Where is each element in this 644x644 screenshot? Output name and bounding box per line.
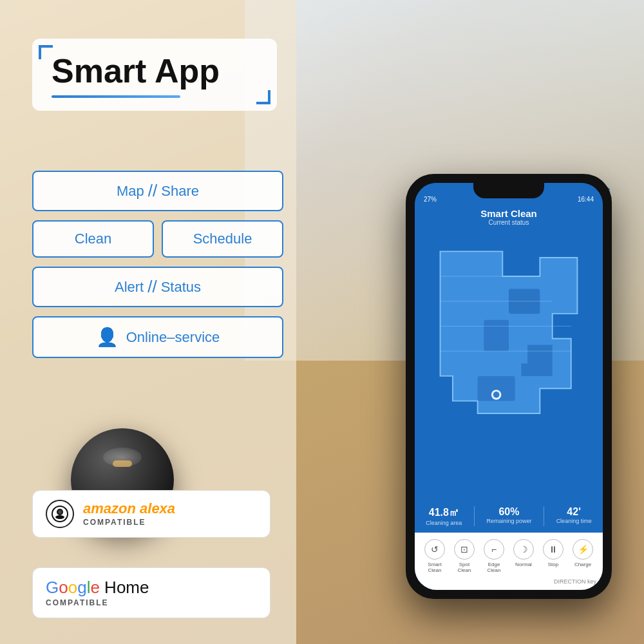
google-text-block: Google Home COMPATIBLE — [46, 577, 149, 609]
svg-point-2 — [55, 515, 64, 519]
feature-row-2: Clean Schedule — [32, 220, 283, 258]
google-home-badge: Google Home COMPATIBLE — [32, 567, 270, 618]
alexa-text-block: amazon alexa COMPATIBLE — [83, 500, 175, 528]
map-share-button[interactable]: Map // Share — [32, 171, 283, 211]
cleaning-time-value: 42' — [556, 506, 592, 518]
blue-underline — [52, 95, 180, 98]
cleaning-time-label: Cleaning time — [556, 518, 592, 524]
bracket-top-left-icon — [39, 45, 53, 59]
stop-icon: ⏸ — [543, 539, 564, 560]
charge-label: Charge — [574, 562, 591, 567]
google-brand-name: Google Home — [46, 577, 149, 599]
remaining-power-value: 60% — [486, 506, 531, 518]
smart-clean-control[interactable]: ↺ SmartClean — [424, 539, 445, 573]
schedule-button[interactable]: Schedule — [162, 220, 283, 258]
charge-control[interactable]: ⚡ Charge — [573, 539, 593, 567]
smart-clean-label: SmartClean — [428, 562, 441, 573]
features-section: Map // Share Clean Schedule Alert // Sta… — [32, 171, 283, 367]
online-service-button[interactable]: 👤 Online–service — [32, 316, 283, 358]
stop-label: Stop — [548, 562, 558, 567]
o-letter-1: o — [59, 578, 68, 597]
alexa-compatible-text: COMPATIBLE — [83, 518, 175, 528]
o-letter-2: o — [68, 578, 77, 597]
phone-map-area — [415, 232, 603, 500]
online-service-label: Online–service — [126, 329, 220, 346]
slash-divider-2-icon: // — [147, 277, 156, 297]
svg-point-13 — [493, 392, 500, 398]
robot-sensor — [113, 460, 132, 467]
smart-app-box: Smart App — [32, 39, 277, 111]
edge-clean-control[interactable]: ⌐ EdgeClean — [484, 539, 504, 573]
stop-control[interactable]: ⏸ Stop — [543, 539, 564, 567]
spot-clean-icon: ⊡ — [454, 539, 475, 560]
alert-label: Alert — [115, 279, 144, 296]
normal-control[interactable]: ☽ Normal — [513, 539, 534, 567]
remaining-power-stat: 60% Remaining power — [486, 506, 531, 526]
phone-body: 27% 16:44 ‹ Smart Clean Current status — [406, 174, 612, 599]
svg-point-4 — [58, 510, 62, 514]
alexa-word: alexa — [140, 500, 175, 516]
google-compatible-text: COMPATIBLE — [46, 598, 149, 609]
phone-header: ‹ Smart Clean Current status — [415, 205, 603, 232]
service-icon: 👤 — [96, 327, 118, 348]
stat-divider-1 — [474, 506, 475, 526]
e-letter: e — [90, 578, 99, 597]
smart-app-title: Smart App — [52, 52, 258, 90]
edge-clean-icon: ⌐ — [484, 539, 504, 560]
alexa-icon — [46, 500, 74, 528]
spot-clean-label: SpotClean — [458, 562, 471, 573]
charge-icon: ⚡ — [573, 539, 593, 560]
phone-header-title: Smart Clean — [424, 208, 594, 219]
feature-row-4: 👤 Online–service — [32, 316, 283, 358]
phone-stats: 41.8㎡ Cleaning area 60% Remaining power … — [415, 500, 603, 533]
alert-status-button[interactable]: Alert // Status — [32, 267, 283, 307]
feature-row-1: Map // Share — [32, 171, 283, 211]
direction-key-label: DIRECTION key — [415, 577, 603, 590]
alexa-brand-name: amazon alexa — [83, 500, 175, 518]
cleaning-area-value: 41.8㎡ — [426, 506, 462, 520]
alexa-badge: amazon alexa COMPATIBLE — [32, 490, 270, 538]
phone-controls: ↺ SmartClean ⊡ SpotClean ⌐ EdgeClean ☽ N… — [415, 533, 603, 577]
bracket-bottom-right-icon — [256, 90, 270, 104]
spot-clean-control[interactable]: ⊡ SpotClean — [454, 539, 475, 573]
cleaning-area-label: Cleaning area — [426, 520, 462, 526]
phone-header-subtitle: Current status — [424, 219, 594, 226]
time-display: 16:44 — [578, 196, 594, 203]
remaining-power-label: Remaining power — [486, 518, 531, 524]
normal-label: Normal — [515, 562, 532, 567]
share-label: Share — [161, 183, 199, 200]
edge-clean-label: EdgeClean — [488, 562, 501, 573]
map-label: Map — [117, 183, 144, 200]
smart-clean-icon: ↺ — [424, 539, 445, 560]
home-word: Home — [100, 578, 149, 597]
phone-screen: 27% 16:44 ‹ Smart Clean Current status — [415, 183, 603, 590]
g-letter: G — [46, 578, 59, 597]
svg-rect-6 — [484, 320, 509, 351]
g-letter-2: g — [77, 578, 86, 597]
cleaning-map-svg — [428, 239, 590, 432]
stat-divider-2 — [544, 506, 544, 526]
battery-status: 27% — [424, 196, 437, 203]
amazon-word: amazon — [83, 500, 140, 516]
phone-notch — [473, 183, 544, 198]
clean-button[interactable]: Clean — [32, 220, 154, 258]
cleaning-time-stat: 42' Cleaning time — [556, 506, 592, 526]
slash-divider-icon: // — [148, 181, 157, 201]
cleaning-area-stat: 41.8㎡ Cleaning area — [426, 506, 462, 526]
feature-row-3: Alert // Status — [32, 267, 283, 307]
normal-icon: ☽ — [513, 539, 534, 560]
status-label: Status — [161, 279, 201, 296]
phone-container: 27% 16:44 ‹ Smart Clean Current status — [406, 174, 625, 612]
